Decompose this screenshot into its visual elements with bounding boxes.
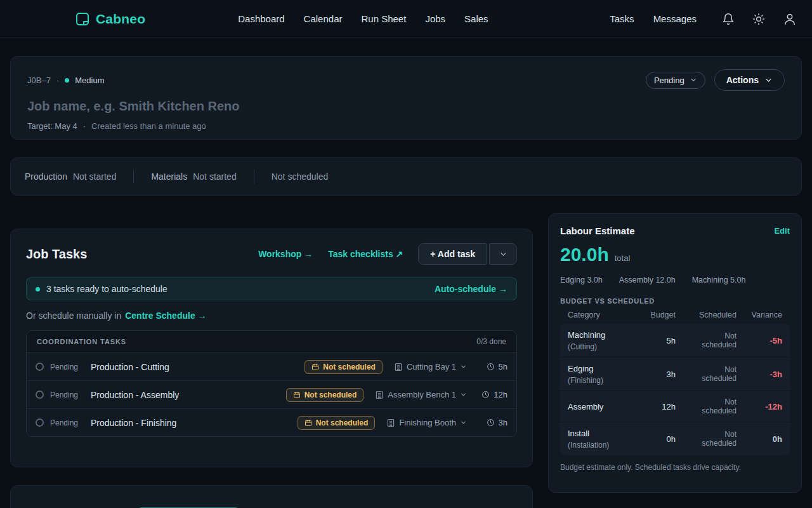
category-sub: (Cutting) [568,342,597,351]
notifications-bell-icon[interactable] [722,13,735,25]
brand[interactable]: Cabneo [75,11,145,27]
divider [133,170,134,184]
actions-button[interactable]: Actions [714,69,785,91]
workshop-link[interactable]: Workshop → [258,249,313,259]
nav-item-tasks[interactable]: Tasks [610,13,634,24]
job-tasks-title: Job Tasks [26,247,87,262]
station-select[interactable]: Cutting Bay 1 [394,362,467,371]
col-header-category: Category [568,311,634,319]
job-target-date: Target: May 4 [27,121,77,131]
add-task-dropdown-button[interactable] [489,243,517,265]
arrow-right-icon: → [198,311,207,321]
task-duration: 12h [478,390,508,399]
task-status-ring-icon [36,418,44,427]
workstation-icon [394,363,403,371]
task-duration: 5h [478,362,508,371]
labour-total-label: total [615,253,631,263]
category-name: Assembly [568,402,603,411]
chevron-down-icon [690,76,697,84]
external-link-icon: ↗ [396,249,403,259]
variance-value: -3h [737,370,782,379]
manual-schedule-text: Or schedule manually in [26,311,121,321]
clock-icon [487,363,495,371]
station-select[interactable]: Finishing Booth [386,418,467,427]
coordination-tasks-header: COORDINATION TASKS [37,338,126,345]
calendar-icon [304,419,312,427]
job-priority: Medium [75,76,104,85]
nav-item-sales[interactable]: Sales [464,13,488,24]
task-duration: 3h [478,418,508,427]
nav-item-dashboard[interactable]: Dashboard [238,13,284,24]
labour-table-row: Install (Installation) 0h Not scheduled … [560,422,790,455]
budget-value: 12h [634,402,676,411]
chevron-down-icon [460,419,467,426]
edit-labour-link[interactable]: Edit [774,226,790,236]
secondary-nav: Tasks Messages [610,13,697,24]
job-code: J0B–7 [27,76,51,85]
coordination-tasks-panel: COORDINATION TASKS 0/3 done Pending Prod… [26,330,517,437]
station-select[interactable]: Assembly Bench 1 [375,390,467,399]
task-hours: 5h [499,362,508,371]
task-hours: 3h [499,418,508,427]
deliverables-card: Deliverables Optional + Add deliverable [10,485,533,508]
labour-breakdown: Edging 3.0h Assembly 12.0h Machining 5.0… [560,276,790,284]
scheduled-value: Not scheduled [691,365,737,383]
task-row[interactable]: Pending Production - Assembly Not schedu… [27,380,516,408]
status-label: Materials [151,171,187,182]
not-scheduled-label: Not scheduled [323,363,376,371]
budget-value: 5h [634,336,676,345]
status-label: Production [25,171,67,182]
account-user-icon[interactable] [783,12,797,26]
labour-chip-machining: Machining 5.0h [692,276,746,284]
status-item-materials: Materials Not started [151,171,236,182]
nav-item-jobs[interactable]: Jobs [425,13,445,24]
category-sub: (Finishing) [568,376,603,385]
theme-toggle-sun-icon[interactable] [752,13,765,25]
task-checklists-label: Task checklists [328,249,393,259]
not-scheduled-badge: Not scheduled [286,388,364,402]
job-status-strip: Production Not started Materials Not sta… [10,157,802,196]
meta-separator: · [83,121,86,131]
category-name: Edging [568,364,593,373]
nav-item-run-sheet[interactable]: Run Sheet [361,13,406,24]
not-scheduled-label: Not scheduled [316,418,369,427]
category-name: Machining [568,330,605,340]
station-name: Finishing Booth [399,418,456,427]
status-item-schedule: Not scheduled [272,171,329,182]
nav-item-calendar[interactable]: Calendar [304,13,343,24]
task-checklists-link[interactable]: Task checklists ↗ [328,249,403,259]
labour-chip-edging: Edging 3.0h [560,276,603,284]
job-tasks-card: Job Tasks Workshop → Task checklists ↗ +… [10,229,533,467]
variance-value: 0h [737,434,782,444]
task-row[interactable]: Pending Production - Cutting Not schedul… [27,352,516,380]
auto-schedule-text: 3 tasks ready to auto-schedule [46,284,167,294]
add-task-button[interactable]: + Add task [418,243,487,265]
chevron-down-icon [764,76,773,84]
task-name: Production - Cutting [91,362,169,372]
chevron-down-icon [460,391,467,398]
nav-item-messages[interactable]: Messages [653,13,697,24]
brand-name: Cabneo [96,11,145,27]
auto-schedule-link[interactable]: Auto-schedule → [435,284,508,294]
arrow-right-icon: → [304,249,313,259]
add-task-split-button: + Add task [418,243,517,265]
status-item-production: Production Not started [25,171,116,182]
task-status-label: Pending [50,363,84,371]
col-header-variance: Variance [737,311,782,319]
labour-table-header: Category Budget Scheduled Variance [560,305,790,324]
labour-chip-assembly: Assembly 12.0h [619,276,676,284]
station-name: Assembly Bench 1 [388,390,456,399]
calendar-icon [293,391,301,399]
not-scheduled-label: Not scheduled [304,391,357,399]
status-pill-pending[interactable]: Pending [646,72,705,89]
task-status-ring-icon [36,363,44,371]
status-value: Not scheduled [272,171,329,182]
ready-dot-icon [36,287,40,291]
budget-vs-scheduled-header: BUDGET VS SCHEDULED [560,297,790,305]
task-name: Production - Finishing [91,418,176,428]
task-name: Production - Assembly [91,390,179,400]
job-header-card: J0B–7 · Medium Pending Actions Job name,… [10,56,802,140]
task-status-ring-icon [36,391,44,399]
task-row[interactable]: Pending Production - Finishing Not sched… [27,408,516,436]
centre-schedule-link[interactable]: Centre Schedule → [125,311,206,321]
